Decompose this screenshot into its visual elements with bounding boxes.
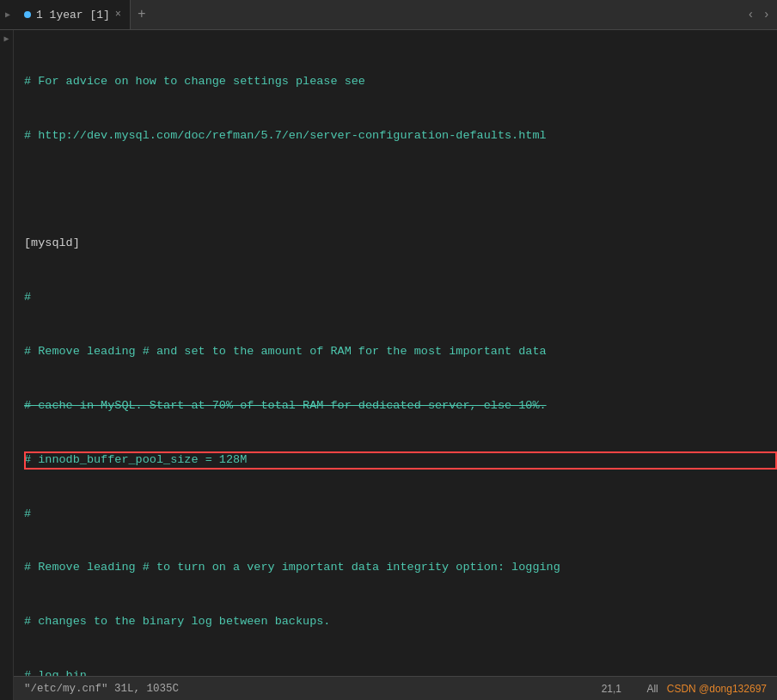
line-4: [mysqld] — [24, 235, 777, 253]
statusbar: "/etc/my.cnf" 31L, 1035C 21,1 All CSDN @… — [14, 676, 777, 700]
line-5: # — [24, 289, 777, 307]
editor-area[interactable]: # For advice on how to change settings p… — [14, 30, 777, 700]
tab-label: 1 1year [1] — [36, 9, 110, 21]
tab-dot-icon — [24, 11, 31, 18]
line-10: # Remove leading # to turn on a very imp… — [24, 559, 777, 577]
line-3 — [24, 181, 777, 200]
main-container: ▶ # For advice on how to change settings… — [0, 30, 777, 700]
active-tab[interactable]: 1 1year [1] × — [15, 0, 131, 29]
status-position: 21,1 All CSDN @dong132697 — [602, 683, 767, 695]
line-7: # cache in MySQL. Start at 70% of total … — [24, 397, 777, 415]
sidebar-toggle-icon: ▶ — [5, 9, 10, 20]
sidebar-toggle-top: ▶ — [0, 0, 15, 29]
tab-close-button[interactable]: × — [115, 9, 121, 21]
status-csdn: CSDN @dong132697 — [667, 683, 767, 695]
line-1: # For advice on how to change settings p… — [24, 73, 777, 91]
line-2: # http://dev.mysql.com/doc/refman/5.7/en… — [24, 127, 777, 145]
status-pos: 21,1 — [602, 683, 621, 695]
line-9: # — [24, 506, 777, 524]
line-6: # Remove leading # and set to the amount… — [24, 343, 777, 361]
status-file-info: "/etc/my.cnf" 31L, 1035C — [24, 683, 602, 695]
titlebar: ▶ 1 1year [1] × + ‹ › — [0, 0, 777, 30]
nav-arrows: ‹ › — [743, 8, 777, 21]
nav-right-icon[interactable]: › — [760, 8, 774, 21]
nav-left-icon[interactable]: ‹ — [743, 8, 757, 21]
new-tab-button[interactable]: + — [131, 7, 153, 22]
sidebar-collapse-icon: ▶ — [3, 34, 9, 44]
status-all: All — [646, 683, 658, 695]
sidebar-strip: ▶ — [0, 30, 14, 700]
line-11: # changes to the binary log between back… — [24, 613, 777, 631]
code-content: # For advice on how to change settings p… — [14, 30, 777, 700]
line-8-highlighted: # innodb_buffer_pool_size = 128M — [24, 451, 777, 470]
